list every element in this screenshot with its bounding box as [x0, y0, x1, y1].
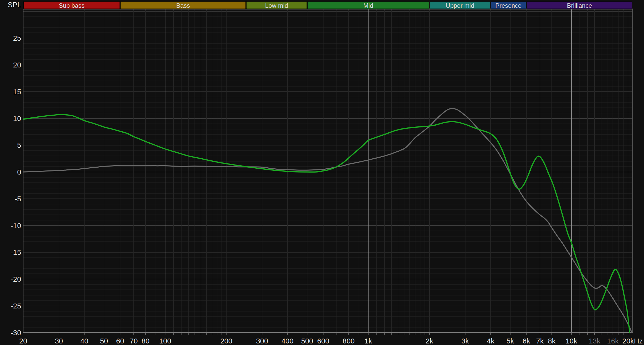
x-tick-label: 30	[55, 337, 63, 345]
y-tick-label: 20	[13, 61, 21, 69]
y-tick-label: -15	[11, 248, 21, 256]
plot-borders	[23, 9, 633, 333]
x-tick-label: 20	[19, 337, 27, 345]
band-label: Upper mid	[446, 2, 474, 9]
x-tick-label: 4k	[487, 337, 495, 345]
y-tick-label: -5	[15, 195, 21, 203]
x-tick-label: 60	[116, 337, 124, 345]
y-tick-label: 5	[17, 141, 21, 149]
band-label: Sub bass	[59, 2, 84, 9]
y-tick-label: -30	[11, 329, 21, 337]
y-tick-label: 10	[13, 115, 21, 123]
frequency-band-strip: Sub bassBassLow midMidUpper midPresenceB…	[24, 2, 632, 9]
axis-tick-marks	[59, 333, 628, 335]
y-tick-label: 0	[17, 168, 21, 176]
x-tick-label: 100	[159, 337, 171, 345]
band-segment: Bass	[121, 2, 246, 9]
x-tick-label: 40	[80, 337, 88, 345]
band-segment: Mid	[308, 2, 429, 9]
chart-canvas: Sub bassBassLow midMidUpper midPresenceB…	[0, 0, 644, 345]
band-segment: Brilliance	[527, 2, 632, 9]
band-segment: Low mid	[246, 2, 307, 9]
y-tick-label: -20	[11, 275, 21, 283]
x-tick-label: 70	[130, 337, 138, 345]
band-label: Presence	[495, 2, 521, 9]
band-label: Brilliance	[567, 2, 592, 9]
band-segment: Upper mid	[430, 2, 490, 9]
curve-gray	[23, 109, 632, 334]
x-tick-label: 400	[282, 337, 294, 345]
band-label: Low mid	[265, 2, 288, 9]
x-tick-label: 200	[220, 337, 232, 345]
x-tick-label: 13k	[589, 337, 600, 345]
x-tick-label: 80	[141, 337, 149, 345]
x-tick-label: 300	[256, 337, 268, 345]
x-tick-label: 2k	[426, 337, 434, 345]
x-tick-label: 3k	[461, 337, 469, 345]
x-tick-label: 5k	[506, 337, 514, 345]
x-tick-label: 500	[301, 337, 313, 345]
x-tick-label: 50	[100, 337, 108, 345]
band-label: Bass	[176, 2, 190, 9]
curve-green	[23, 115, 630, 334]
y-tick-label: 25	[13, 34, 21, 42]
band-segment: Presence	[491, 2, 526, 9]
frequency-response-chart: Sub bassBassLow midMidUpper midPresenceB…	[0, 0, 644, 345]
x-tick-label: 8k	[548, 337, 556, 345]
y-tick-label: 15	[13, 88, 21, 96]
x-tick-label: 20kHz	[622, 337, 643, 345]
x-tick-label: 6k	[522, 337, 530, 345]
y-tick-label: -10	[11, 222, 21, 230]
x-tick-label: 7k	[536, 337, 544, 345]
vertical-gridlines	[59, 9, 628, 333]
y-tick-label: -25	[11, 302, 21, 310]
band-label: Mid	[363, 2, 373, 9]
x-tick-label: 10k	[566, 337, 578, 345]
horizontal-gridlines	[23, 11, 633, 327]
x-tick-label: 800	[343, 337, 355, 345]
x-tick-label: 1k	[365, 337, 372, 345]
x-tick-label: 16k	[607, 337, 619, 345]
y-axis-title: SPL	[8, 1, 21, 9]
x-tick-label: 600	[317, 337, 329, 345]
band-segment: Sub bass	[24, 2, 120, 9]
